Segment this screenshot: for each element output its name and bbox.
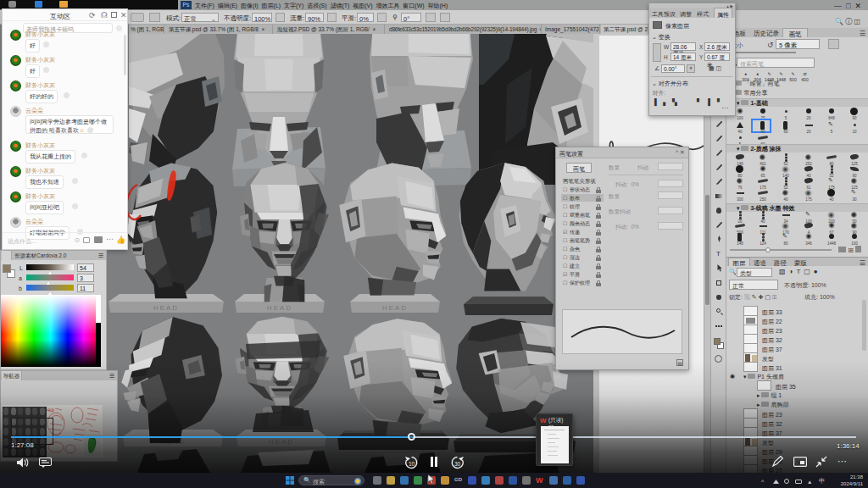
svg-text:HEAD: HEAD (267, 304, 292, 312)
svg-text:HEAD: HEAD (382, 304, 408, 312)
svg-text:30: 30 (454, 461, 461, 467)
svg-text:HEAD: HEAD (269, 438, 294, 446)
svg-text:线条: 线条 (47, 408, 54, 412)
svg-text:HEAD: HEAD (153, 304, 179, 312)
svg-text:10: 10 (409, 461, 415, 467)
